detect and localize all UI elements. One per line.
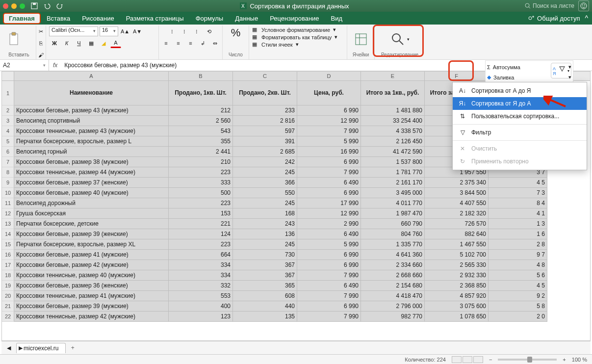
share-button[interactable]: Общий доступ [528, 15, 580, 22]
cell[interactable]: Кроссовки беговые, размер 41 (мужские) [14, 250, 169, 260]
header-cell[interactable]: Продано, 1кв. Шт. [169, 81, 233, 105]
cell[interactable]: 2 990 [297, 219, 361, 229]
cell[interactable]: 4 418 470 [361, 291, 425, 301]
sort-filter-button[interactable]: АЯ ▾ [551, 63, 571, 78]
col-header[interactable]: A [14, 72, 169, 80]
tab-view[interactable]: Вид [325, 13, 349, 24]
menu-filter[interactable]: ▽Фильтр [453, 126, 587, 139]
cell[interactable]: 233 [233, 105, 297, 116]
bold-button[interactable]: Ж [49, 38, 60, 48]
normal-view-icon[interactable] [452, 356, 462, 363]
cell[interactable]: 440 [233, 301, 297, 312]
cell[interactable]: 6 990 [297, 260, 361, 270]
cell[interactable]: 2 334 660 [361, 260, 425, 270]
cell[interactable]: 804 760 [361, 229, 425, 239]
cell[interactable]: 223 [169, 167, 233, 178]
cell[interactable]: 2 796 000 [361, 301, 425, 312]
view-mode-buttons[interactable] [452, 356, 483, 363]
cell[interactable]: 9 7 [489, 250, 547, 260]
cell[interactable]: 168 [233, 208, 297, 219]
cell[interactable]: 1 335 770 [361, 239, 425, 250]
maximize-icon[interactable] [20, 3, 25, 9]
format-painter-icon[interactable]: 🖌 [36, 50, 47, 60]
cell[interactable]: 4 8 [489, 260, 547, 270]
save-icon[interactable] [30, 2, 39, 10]
cell[interactable]: 7 3 [489, 188, 547, 198]
zoom-out-icon[interactable]: − [489, 357, 492, 363]
cell[interactable]: 5 102 700 [425, 250, 489, 260]
font-name-select[interactable]: Calibri (Осн...▾ [49, 26, 98, 36]
cell[interactable]: 124 [169, 229, 233, 239]
cell[interactable]: 6 990 [297, 157, 361, 167]
cell[interactable]: Кроссовки беговые, размер 37 (женские) [14, 178, 169, 188]
cell[interactable]: Кроссовки беговые, размер 42 (мужские) [14, 260, 169, 270]
row-header[interactable]: 16 [2, 250, 14, 260]
find-icon[interactable] [390, 32, 405, 47]
cell[interactable]: 6 490 [297, 178, 361, 188]
format-as-table-button[interactable]: ▦ Форматировать как таблицу ▾ [252, 34, 337, 40]
tab-insert[interactable]: Вставка [41, 13, 76, 24]
cell[interactable]: 2 8 [489, 239, 547, 250]
paste-button[interactable] [5, 26, 25, 52]
cell[interactable]: 2 685 [233, 147, 297, 157]
row-header[interactable]: 11 [2, 198, 14, 208]
search-box[interactable]: Поиск на листе [525, 2, 574, 9]
cell[interactable]: 12 990 [297, 208, 361, 219]
cell[interactable]: Кроссовки теннисные, размер 44 (мужские) [14, 167, 169, 178]
cell[interactable]: 4 5 [489, 178, 547, 188]
row-header[interactable]: 1 [2, 81, 14, 105]
cell[interactable]: 7 990 [297, 126, 361, 136]
row-header[interactable]: 19 [2, 281, 14, 291]
zoom-in-icon[interactable]: + [563, 357, 566, 363]
row-header[interactable]: 20 [2, 291, 14, 301]
cell[interactable]: 334 [169, 270, 233, 281]
header-cell[interactable]: Продано, 2кв. Шт. [233, 81, 297, 105]
cell[interactable]: 882 640 [425, 229, 489, 239]
cell[interactable]: Кроссовки беговые, размер 43 (мужские) [14, 105, 169, 116]
cell[interactable]: 221 [169, 219, 233, 229]
cell[interactable]: 367 [233, 260, 297, 270]
align-bottom-icon[interactable]: ⫶ [191, 26, 202, 36]
cell[interactable]: 245 [233, 167, 297, 178]
cell[interactable]: Кроссовки теннисные, размер 40 (мужские) [14, 270, 169, 281]
cell[interactable]: 2 368 850 [425, 281, 489, 291]
cell[interactable]: Кроссовки теннисные, размер 41 (мужские) [14, 291, 169, 301]
cell[interactable]: Велосипед дорожный [14, 198, 169, 208]
cell[interactable]: 355 [169, 136, 233, 147]
font-color-icon[interactable]: A [110, 38, 121, 48]
row-header[interactable]: 10 [2, 188, 14, 198]
page-layout-view-icon[interactable] [463, 356, 472, 363]
cell[interactable]: 550 [233, 188, 297, 198]
cell[interactable]: 1 467 550 [425, 239, 489, 250]
cell[interactable]: 7 990 [297, 167, 361, 178]
cell[interactable]: Перчатки боксерские, взрослые, размер XL [14, 239, 169, 250]
cell[interactable]: Кроссовки беговые, размер 40 (мужские) [14, 188, 169, 198]
zoom-level[interactable]: 100 % [572, 357, 587, 363]
cell[interactable]: 664 [169, 250, 233, 260]
cell[interactable]: 2 441 [169, 147, 233, 157]
cell[interactable]: Кроссовки теннисные, размер 43 (мужские) [14, 126, 169, 136]
select-all-corner[interactable] [2, 72, 14, 80]
decrease-font-icon[interactable]: A▼ [132, 26, 143, 36]
cell[interactable]: 4 5 [489, 281, 547, 291]
copy-icon[interactable]: ⎘ [36, 38, 47, 48]
cell[interactable]: Кроссовки беговые, размер 39 (мужские) [14, 301, 169, 312]
cell[interactable]: 7 990 [297, 312, 361, 322]
col-header[interactable]: E [361, 72, 425, 80]
cell[interactable]: 2 932 330 [425, 270, 489, 281]
header-cell[interactable]: Цена, руб. [297, 81, 361, 105]
tab-data[interactable]: Данные [229, 13, 264, 24]
cell[interactable]: 4 338 570 [361, 126, 425, 136]
cell[interactable]: 730 [233, 250, 297, 260]
align-center-icon[interactable]: ≡ [173, 38, 184, 48]
sheet-prev-icon[interactable]: ◀ [3, 343, 14, 353]
cell[interactable]: 2 126 450 [361, 136, 425, 147]
undo-icon[interactable] [43, 2, 51, 10]
cell[interactable]: Перчатки боксерские, детские [14, 219, 169, 229]
row-header[interactable]: 4 [2, 126, 14, 136]
col-header[interactable]: D [297, 72, 361, 80]
row-header[interactable]: 3 [2, 116, 14, 126]
cell[interactable]: 1 987 470 [361, 208, 425, 219]
cell[interactable]: Груша боксерская [14, 208, 169, 219]
cell[interactable]: 9 2 [489, 291, 547, 301]
